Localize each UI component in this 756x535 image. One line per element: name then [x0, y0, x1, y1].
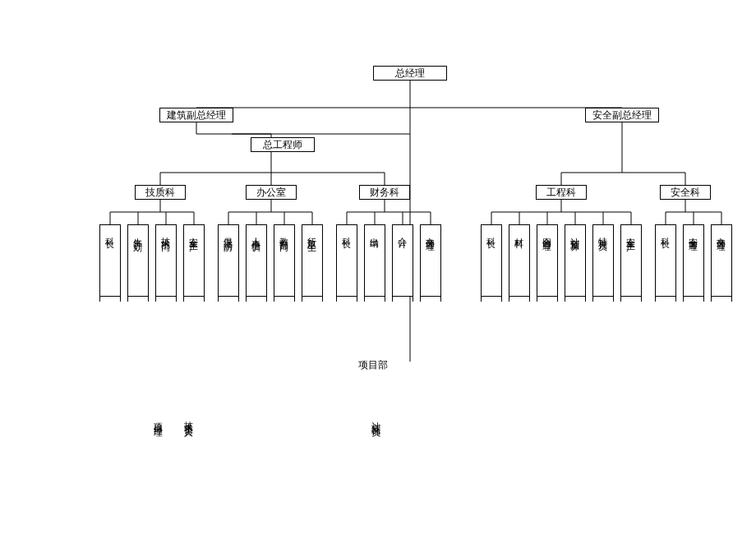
text: 行政卫生 — [307, 230, 318, 237]
dept-gongcheng: 工程科 — [536, 185, 587, 200]
leaf-jizhi-2: 技术部门 — [155, 224, 177, 297]
text: 办公室 — [256, 186, 286, 200]
staff-pm: 项目经理 — [152, 413, 164, 426]
node-gm: 总经理 — [373, 66, 447, 81]
leaf-bangong-2: 教育部门 — [274, 224, 295, 297]
text: 总工程师 — [263, 138, 302, 152]
leaf-gongcheng-3: 计划预算 — [565, 224, 586, 297]
leaf-bangong-1: 人事培训 — [246, 224, 267, 297]
leaf-caiwu-1: 出纳 — [364, 224, 385, 297]
text: 会计 — [397, 230, 408, 233]
text: 工程科 — [546, 186, 576, 200]
text: 材料 — [514, 230, 525, 233]
label-project-dept: 项目部 — [358, 358, 388, 372]
staff-plan: 计划统计员 — [370, 413, 382, 426]
leaf-anquan-0: 科长 — [655, 224, 676, 297]
leaf-anquan-2: 文件管理 — [711, 224, 732, 297]
text: 文件管理 — [716, 230, 727, 237]
text: 计划预算 — [569, 230, 581, 237]
text: 科长 — [486, 230, 497, 233]
leaf-bangong-0: 保卫消防 — [218, 224, 239, 297]
node-vp-left: 建筑副总经理 — [159, 108, 233, 122]
leaf-jizhi-0: 科长 — [99, 224, 121, 297]
dept-anquan: 安全科 — [660, 185, 711, 200]
leaf-gongcheng-1: 材料 — [509, 224, 530, 297]
leaf-jizhi-1: 生产计划 — [127, 224, 149, 297]
text: 技质科 — [145, 186, 175, 200]
text: 特种人员 — [597, 230, 609, 237]
text: 文件管理 — [425, 230, 436, 237]
text: 技术部门 — [160, 230, 172, 237]
leaf-jizhi-3: 安全生产 — [183, 224, 205, 297]
text: 保卫消防 — [223, 230, 234, 237]
text: 建筑副总经理 — [167, 108, 226, 122]
text: 安全生产 — [625, 230, 637, 237]
text: 安全生产 — [188, 230, 200, 237]
leaf-gongcheng-4: 特种人员 — [592, 224, 614, 297]
leaf-gongcheng-0: 科长 — [481, 224, 502, 297]
text: 生产计划 — [132, 230, 144, 237]
staff-tech: 技术负责人 — [182, 413, 195, 426]
dept-bangong: 办公室 — [246, 185, 297, 200]
leaf-caiwu-3: 文件管理 — [420, 224, 441, 297]
text: 项目部 — [358, 359, 388, 371]
text: 合同管理 — [542, 230, 553, 237]
text: 技术负责人 — [182, 414, 195, 422]
leaf-anquan-1: 安全管理 — [683, 224, 704, 297]
text: 总经理 — [395, 67, 425, 81]
node-vp-right: 安全副总经理 — [585, 108, 659, 122]
text: 计划统计员 — [370, 414, 382, 422]
dept-jizhi: 技质科 — [135, 185, 186, 200]
leaf-gongcheng-5: 安全生产 — [620, 224, 642, 297]
text: 项目经理 — [152, 416, 164, 422]
text: 人事培训 — [251, 230, 262, 237]
node-chief-eng: 总工程师 — [251, 137, 315, 152]
text: 安全科 — [671, 186, 700, 200]
leaf-caiwu-0: 科长 — [336, 224, 357, 297]
dept-caiwu: 财务科 — [359, 185, 410, 200]
text: 科长 — [104, 230, 116, 233]
leaf-bangong-3: 行政卫生 — [302, 224, 323, 297]
text: 财务科 — [370, 186, 399, 200]
text: 科长 — [341, 230, 353, 233]
text: 教育部门 — [279, 230, 290, 237]
text: 出纳 — [369, 230, 380, 233]
text: 安全管理 — [688, 230, 699, 237]
leaf-caiwu-2: 会计 — [392, 224, 413, 297]
text: 科长 — [660, 230, 671, 233]
text: 安全副总经理 — [592, 108, 652, 122]
leaf-gongcheng-2: 合同管理 — [537, 224, 558, 297]
